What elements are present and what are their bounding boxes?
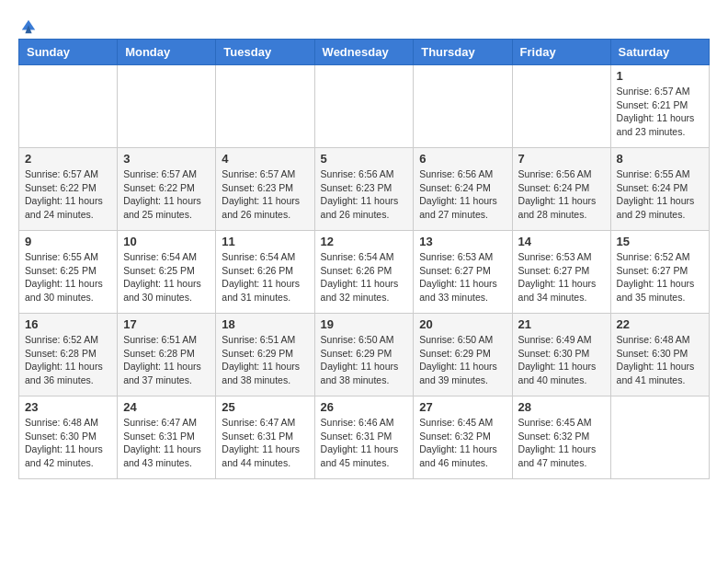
day-number: 27: [419, 400, 506, 414]
day-info: Sunrise: 6:46 AM Sunset: 6:31 PM Dayligh…: [321, 416, 408, 470]
day-info: Sunrise: 6:57 AM Sunset: 6:21 PM Dayligh…: [617, 85, 703, 139]
weekday-header-saturday: Saturday: [610, 40, 709, 65]
day-number: 20: [419, 317, 506, 331]
day-number: 22: [617, 317, 703, 331]
day-number: 16: [25, 317, 111, 331]
calendar-cell: 11Sunrise: 6:54 AM Sunset: 6:26 PM Dayli…: [216, 231, 314, 314]
day-info: Sunrise: 6:53 AM Sunset: 6:27 PM Dayligh…: [518, 250, 605, 304]
calendar-cell: [216, 65, 314, 148]
day-number: 19: [321, 317, 408, 331]
weekday-header-friday: Friday: [512, 40, 610, 65]
calendar-cell: 10Sunrise: 6:54 AM Sunset: 6:25 PM Dayli…: [118, 231, 216, 314]
calendar-cell: 16Sunrise: 6:52 AM Sunset: 6:28 PM Dayli…: [19, 314, 118, 396]
day-info: Sunrise: 6:55 AM Sunset: 6:24 PM Dayligh…: [617, 167, 703, 222]
day-info: Sunrise: 6:47 AM Sunset: 6:31 PM Dayligh…: [222, 416, 308, 470]
day-number: 15: [617, 235, 703, 248]
day-info: Sunrise: 6:48 AM Sunset: 6:30 PM Dayligh…: [617, 333, 703, 387]
calendar-cell: 23Sunrise: 6:48 AM Sunset: 6:30 PM Dayli…: [19, 396, 118, 479]
day-number: 1: [617, 69, 703, 83]
day-info: Sunrise: 6:56 AM Sunset: 6:24 PM Dayligh…: [419, 167, 506, 222]
day-info: Sunrise: 6:50 AM Sunset: 6:29 PM Dayligh…: [419, 333, 506, 387]
day-info: Sunrise: 6:48 AM Sunset: 6:30 PM Dayligh…: [25, 416, 111, 470]
day-info: Sunrise: 6:57 AM Sunset: 6:22 PM Dayligh…: [123, 167, 210, 222]
day-number: 18: [222, 317, 308, 331]
calendar-cell: 14Sunrise: 6:53 AM Sunset: 6:27 PM Dayli…: [512, 231, 610, 314]
day-number: 21: [518, 317, 605, 331]
day-number: 23: [25, 400, 111, 414]
calendar-cell: 26Sunrise: 6:46 AM Sunset: 6:31 PM Dayli…: [314, 396, 414, 479]
calendar-cell: 7Sunrise: 6:56 AM Sunset: 6:24 PM Daylig…: [512, 148, 610, 231]
calendar-cell: 15Sunrise: 6:52 AM Sunset: 6:27 PM Dayli…: [610, 231, 709, 314]
day-info: Sunrise: 6:54 AM Sunset: 6:26 PM Dayligh…: [321, 250, 408, 304]
calendar-cell: 13Sunrise: 6:53 AM Sunset: 6:27 PM Dayli…: [414, 231, 512, 314]
logo: [18, 18, 37, 29]
calendar-cell: 4Sunrise: 6:57 AM Sunset: 6:23 PM Daylig…: [216, 148, 314, 231]
day-info: Sunrise: 6:53 AM Sunset: 6:27 PM Dayligh…: [419, 250, 506, 304]
day-number: 11: [222, 235, 308, 248]
weekday-header-monday: Monday: [118, 40, 216, 65]
calendar-cell: 8Sunrise: 6:55 AM Sunset: 6:24 PM Daylig…: [610, 148, 709, 231]
calendar-cell: 27Sunrise: 6:45 AM Sunset: 6:32 PM Dayli…: [414, 396, 512, 479]
day-number: 7: [518, 152, 605, 166]
day-info: Sunrise: 6:49 AM Sunset: 6:30 PM Dayligh…: [518, 333, 605, 387]
day-number: 14: [518, 235, 605, 248]
calendar-cell: 20Sunrise: 6:50 AM Sunset: 6:29 PM Dayli…: [414, 314, 512, 396]
calendar-cell: 5Sunrise: 6:56 AM Sunset: 6:23 PM Daylig…: [314, 148, 414, 231]
day-number: 4: [222, 152, 308, 166]
day-info: Sunrise: 6:45 AM Sunset: 6:32 PM Dayligh…: [419, 416, 506, 470]
day-info: Sunrise: 6:54 AM Sunset: 6:26 PM Dayligh…: [222, 250, 308, 304]
calendar-cell: [512, 65, 610, 148]
day-number: 2: [25, 152, 111, 166]
calendar-cell: [19, 65, 118, 148]
day-info: Sunrise: 6:57 AM Sunset: 6:22 PM Dayligh…: [25, 167, 111, 222]
day-number: 25: [222, 400, 308, 414]
calendar-cell: 18Sunrise: 6:51 AM Sunset: 6:29 PM Dayli…: [216, 314, 314, 396]
day-info: Sunrise: 6:51 AM Sunset: 6:29 PM Dayligh…: [222, 333, 308, 387]
day-info: Sunrise: 6:55 AM Sunset: 6:25 PM Dayligh…: [25, 250, 111, 304]
calendar-cell: 6Sunrise: 6:56 AM Sunset: 6:24 PM Daylig…: [414, 148, 512, 231]
day-number: 28: [518, 400, 605, 414]
calendar-cell: 17Sunrise: 6:51 AM Sunset: 6:28 PM Dayli…: [118, 314, 216, 396]
day-info: Sunrise: 6:51 AM Sunset: 6:28 PM Dayligh…: [123, 333, 210, 387]
calendar-cell: [314, 65, 414, 148]
day-number: 17: [123, 317, 210, 331]
day-number: 6: [419, 152, 506, 166]
day-number: 3: [123, 152, 210, 166]
calendar-cell: 25Sunrise: 6:47 AM Sunset: 6:31 PM Dayli…: [216, 396, 314, 479]
day-number: 9: [25, 235, 111, 248]
calendar-cell: 12Sunrise: 6:54 AM Sunset: 6:26 PM Dayli…: [314, 231, 414, 314]
calendar-cell: 9Sunrise: 6:55 AM Sunset: 6:25 PM Daylig…: [19, 231, 118, 314]
day-number: 8: [617, 152, 703, 166]
day-info: Sunrise: 6:52 AM Sunset: 6:28 PM Dayligh…: [25, 333, 111, 387]
day-info: Sunrise: 6:54 AM Sunset: 6:25 PM Dayligh…: [123, 250, 210, 304]
day-number: 12: [321, 235, 408, 248]
weekday-header-wednesday: Wednesday: [314, 40, 414, 65]
calendar-cell: [414, 65, 512, 148]
calendar-cell: 22Sunrise: 6:48 AM Sunset: 6:30 PM Dayli…: [610, 314, 709, 396]
calendar-cell: 2Sunrise: 6:57 AM Sunset: 6:22 PM Daylig…: [19, 148, 118, 231]
day-number: 10: [123, 235, 210, 248]
day-number: 24: [123, 400, 210, 414]
weekday-header-thursday: Thursday: [414, 40, 512, 65]
weekday-header-sunday: Sunday: [19, 40, 118, 65]
logo-icon: [20, 18, 37, 35]
day-info: Sunrise: 6:57 AM Sunset: 6:23 PM Dayligh…: [222, 167, 308, 222]
calendar-cell: 28Sunrise: 6:45 AM Sunset: 6:32 PM Dayli…: [512, 396, 610, 479]
calendar-cell: 19Sunrise: 6:50 AM Sunset: 6:29 PM Dayli…: [314, 314, 414, 396]
weekday-header-tuesday: Tuesday: [216, 40, 314, 65]
day-info: Sunrise: 6:52 AM Sunset: 6:27 PM Dayligh…: [617, 250, 703, 304]
day-info: Sunrise: 6:56 AM Sunset: 6:24 PM Dayligh…: [518, 167, 605, 222]
day-number: 5: [321, 152, 408, 166]
day-number: 13: [419, 235, 506, 248]
day-info: Sunrise: 6:50 AM Sunset: 6:29 PM Dayligh…: [321, 333, 408, 387]
page-header: [18, 18, 710, 29]
day-info: Sunrise: 6:45 AM Sunset: 6:32 PM Dayligh…: [518, 416, 605, 470]
day-number: 26: [321, 400, 408, 414]
day-info: Sunrise: 6:47 AM Sunset: 6:31 PM Dayligh…: [123, 416, 210, 470]
calendar-cell: 1Sunrise: 6:57 AM Sunset: 6:21 PM Daylig…: [610, 65, 709, 148]
calendar-cell: 21Sunrise: 6:49 AM Sunset: 6:30 PM Dayli…: [512, 314, 610, 396]
calendar-cell: 3Sunrise: 6:57 AM Sunset: 6:22 PM Daylig…: [118, 148, 216, 231]
calendar-table: SundayMondayTuesdayWednesdayThursdayFrid…: [18, 39, 710, 479]
calendar-cell: [610, 396, 709, 479]
calendar-cell: [118, 65, 216, 148]
